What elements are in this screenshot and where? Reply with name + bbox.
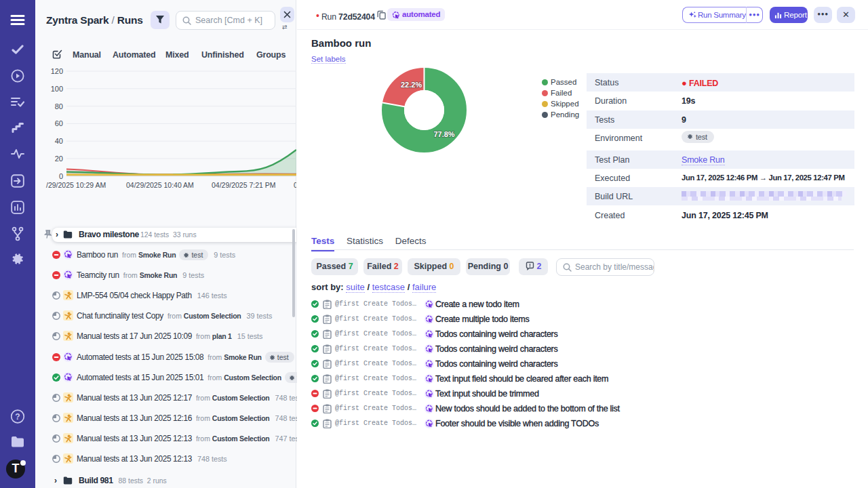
svg-text:80: 80 [55, 102, 63, 110]
svg-text:77.8%: 77.8% [433, 130, 454, 138]
svg-text:60: 60 [55, 119, 63, 127]
svg-text:120: 120 [51, 67, 63, 75]
svg-text:04/29/2025 7:21 PM: 04/29/2025 7:21 PM [212, 181, 276, 189]
svg-text:0: 0 [59, 172, 63, 180]
svg-text:22.2%: 22.2% [401, 81, 422, 89]
svg-text:/29/2025 10:29 AM: /29/2025 10:29 AM [46, 181, 106, 189]
svg-text:?: ? [15, 412, 20, 422]
svg-text:40: 40 [55, 137, 63, 145]
svg-text:0: 0 [294, 181, 296, 189]
svg-text:20: 20 [55, 155, 63, 163]
svg-text:04/29/2025 10:40 AM: 04/29/2025 10:40 AM [126, 181, 194, 189]
svg-text:100: 100 [51, 85, 63, 93]
